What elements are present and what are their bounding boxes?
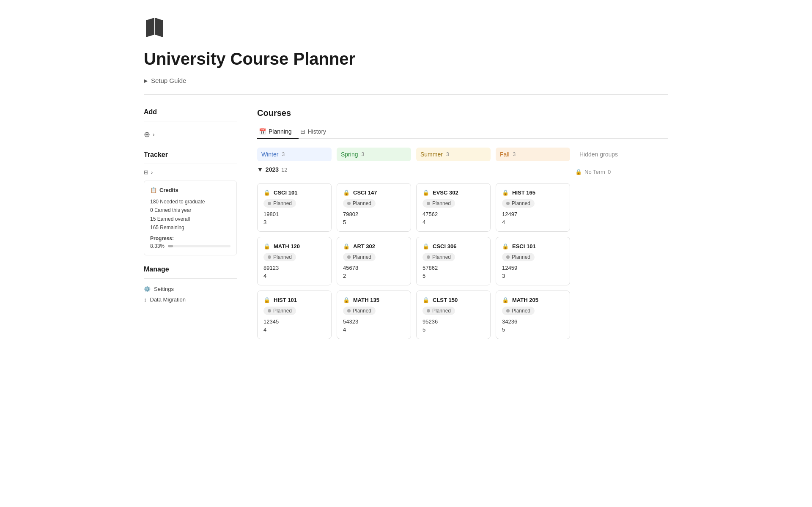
course-number: 12459 — [502, 265, 564, 271]
card-hist165[interactable]: 🔒 HIST 165 Planned 12497 4 — [496, 183, 570, 232]
view-toggle-button[interactable]: ⊞ › — [144, 169, 153, 175]
card-math135[interactable]: 🔒 MATH 135 Planned 54323 4 — [337, 290, 411, 339]
hidden-groups-label: Hidden groups — [579, 151, 618, 158]
grid-icon: ⊞ — [144, 169, 148, 175]
spring-count: 3 — [361, 151, 364, 157]
credits-earned-overall: 15 Earned overall — [150, 215, 230, 223]
card-csci306[interactable]: 🔒 CSCI 306 Planned 57862 5 — [416, 237, 491, 285]
settings-icon: ⚙️ — [144, 286, 151, 292]
setup-guide[interactable]: ▶ Setup Guide — [144, 77, 668, 84]
card-hist101[interactable]: 🔒 HIST 101 Planned 12345 4 — [257, 290, 332, 339]
status-label: Planned — [432, 200, 451, 206]
lock-icon: 🔒 — [575, 169, 582, 175]
course-number: 95236 — [422, 318, 484, 325]
course-number: 12345 — [263, 318, 325, 325]
status-badge: Planned — [343, 253, 376, 261]
plus-icon: ⊕ — [144, 130, 150, 139]
manage-section-title: Manage — [144, 266, 237, 273]
status-badge: Planned — [422, 307, 455, 315]
course-title: CSCI 306 — [433, 243, 456, 249]
card-clst150[interactable]: 🔒 CLST 150 Planned 95236 5 — [416, 290, 491, 339]
course-number: 12497 — [502, 211, 564, 217]
page-title: University Course Planner — [144, 49, 668, 69]
course-credits: 5 — [502, 326, 564, 333]
credits-icon: 📋 — [150, 187, 157, 193]
credits-details: 180 Needed to graduate 0 Earned this yea… — [150, 197, 230, 232]
course-title: EVSC 302 — [433, 189, 458, 196]
cards-row-3: 🔒 HIST 101 Planned 12345 4 🔒 — [257, 290, 668, 339]
status-dot — [427, 202, 430, 205]
status-badge: Planned — [422, 253, 455, 261]
card-math120[interactable]: 🔒 MATH 120 Planned 89123 4 — [257, 237, 332, 285]
course-credits: 4 — [263, 273, 325, 279]
spring-label: Spring — [341, 151, 358, 158]
course-number: 89123 — [263, 265, 325, 271]
lock-icon: 🔒 — [502, 243, 509, 249]
tracker-section-title: Tracker — [144, 151, 237, 159]
course-title: CLST 150 — [433, 297, 458, 303]
course-number: 45678 — [343, 265, 405, 271]
status-dot — [268, 202, 271, 205]
credits-label: Credits — [159, 187, 178, 193]
lock-icon: 🔒 — [263, 243, 270, 249]
course-credits: 4 — [263, 326, 325, 333]
lock-icon: 🔒 — [343, 243, 350, 249]
lock-icon: 🔒 — [263, 189, 270, 196]
add-button[interactable]: ⊕ › — [144, 128, 155, 141]
status-dot — [427, 255, 430, 259]
status-dot — [268, 255, 271, 259]
status-dot — [347, 309, 351, 312]
setup-guide-arrow: ▶ — [144, 78, 148, 84]
chevron-icon: › — [153, 131, 155, 138]
card-csci147[interactable]: 🔒 CSCI 147 Planned 79802 5 — [337, 183, 411, 232]
status-badge: Planned — [502, 253, 535, 261]
no-term-label: No Term — [584, 169, 605, 175]
course-credits: 4 — [422, 219, 484, 225]
tabs-bar: 📅 Planning ⊟ History — [257, 125, 668, 139]
history-tab-icon: ⊟ — [300, 128, 305, 135]
card-art302[interactable]: 🔒 ART 302 Planned 45678 2 — [337, 237, 411, 285]
status-badge: Planned — [422, 199, 455, 208]
group-label-2023[interactable]: ▼ 2023 12 — [257, 164, 332, 175]
status-badge: Planned — [343, 199, 376, 208]
lock-icon: 🔒 — [502, 189, 509, 196]
group-2023: ▼ 2023 12 🔒 No Term 0 🔒 — [257, 164, 668, 339]
tab-history[interactable]: ⊟ History — [299, 125, 333, 139]
settings-item[interactable]: ⚙️ Settings — [144, 284, 237, 294]
main-divider — [144, 94, 668, 95]
lock-icon: 🔒 — [343, 297, 350, 303]
status-label: Planned — [512, 200, 530, 206]
sidebar: Add ⊕ › Tracker ⊞ › 📋 Credits 180 Need — [144, 108, 237, 346]
winter-count: 3 — [282, 151, 285, 157]
status-dot — [347, 202, 351, 205]
status-badge: Planned — [263, 253, 296, 261]
card-math205[interactable]: 🔒 MATH 205 Planned 34236 5 — [496, 290, 570, 339]
status-label: Planned — [273, 254, 292, 260]
data-migration-item[interactable]: ↕ Data Migration — [144, 294, 237, 305]
progress-row: 8.33% — [150, 243, 230, 249]
card-csci101[interactable]: 🔒 CSCI 101 Planned 19801 3 — [257, 183, 332, 232]
status-badge: Planned — [343, 307, 376, 315]
card-esci101[interactable]: 🔒 ESCI 101 Planned 12459 3 — [496, 237, 570, 285]
credits-card: 📋 Credits 180 Needed to graduate 0 Earne… — [144, 181, 237, 255]
course-title: MATH 205 — [512, 297, 538, 303]
course-number: 19801 — [263, 211, 325, 217]
course-credits: 4 — [502, 219, 564, 225]
course-title: CSCI 101 — [274, 189, 297, 196]
column-headers: Winter 3 Spring 3 Summer 3 Fall 3 Hidden… — [257, 148, 668, 161]
course-credits: 2 — [343, 273, 405, 279]
progress-bar-fill — [168, 245, 173, 247]
setup-guide-label: Setup Guide — [151, 77, 186, 84]
course-title: HIST 165 — [512, 189, 535, 196]
status-label: Planned — [273, 308, 292, 314]
tab-planning[interactable]: 📅 Planning — [257, 125, 299, 139]
course-credits: 5 — [422, 273, 484, 279]
settings-label: Settings — [154, 286, 174, 292]
fall-count: 3 — [513, 151, 516, 157]
view-toggle-chevron: › — [151, 169, 153, 175]
card-evsc302[interactable]: 🔒 EVSC 302 Planned 47562 4 — [416, 183, 491, 232]
history-tab-label: History — [308, 128, 326, 135]
app-logo — [144, 17, 668, 39]
status-badge: Planned — [502, 199, 535, 208]
fall-label: Fall — [500, 151, 510, 158]
